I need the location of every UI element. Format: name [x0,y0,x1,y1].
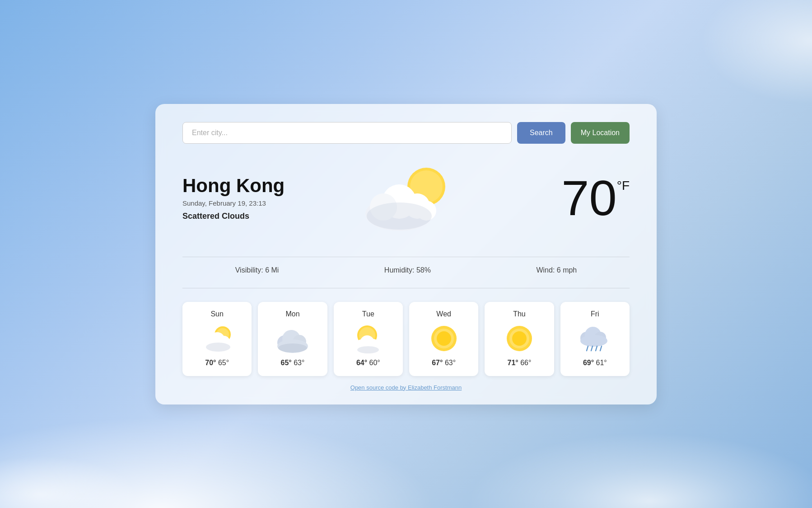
wind-stat: Wind: 6 mph [536,266,577,274]
footer-link[interactable]: Open source code by Elizabeth Forstmann [350,384,462,391]
my-location-button[interactable]: My Location [571,122,630,144]
svg-point-28 [357,346,379,353]
svg-point-38 [580,335,607,347]
temperature-unit: °F [617,179,630,193]
search-button[interactable]: Search [517,122,565,144]
city-name: Hong Kong [182,175,331,197]
main-weather-icon [331,162,481,234]
forecast-icon-4 [501,323,537,354]
forecast-card-thu: Thu 71° 66° [485,302,554,376]
footer: Open source code by Elizabeth Forstmann [182,384,630,391]
forecast-temps-0: 70° 65° [205,359,229,367]
forecast-card-tue: Tue 64° 60° [334,302,403,376]
forecast-temps-5: 69° 61° [583,359,607,367]
weather-stats: Visibility: 6 Mi Humidity: 58% Wind: 6 m… [182,257,630,288]
humidity-stat: Humidity: 58% [384,266,431,274]
svg-point-31 [437,331,451,346]
temperature-display: 70 °F [481,173,630,223]
forecast-icon-2 [350,323,386,354]
forecast-temps-4: 71° 66° [508,359,532,367]
date-time: Sunday, February 19, 23:13 [182,199,331,207]
temperature-value: 70 [561,173,616,223]
weather-card: Search My Location Hong Kong Sunday, Feb… [155,104,657,405]
forecast-day-2: Tue [362,310,374,318]
svg-line-39 [587,346,588,351]
current-weather-section: Hong Kong Sunday, February 19, 23:13 Sca… [182,162,630,234]
forecast-card-mon: Mon 65° 63° [258,302,327,376]
visibility-stat: Visibility: 6 Mi [235,266,279,274]
forecast-card-fri: Fri 69° 61° [560,302,630,376]
city-search-input[interactable] [182,122,512,144]
svg-point-34 [512,331,527,346]
scattered-clouds-icon [356,162,456,234]
svg-line-41 [596,346,597,351]
forecast-day-0: Sun [210,310,223,318]
forecast-temps-2: 64° 60° [356,359,380,367]
svg-point-16 [206,343,230,352]
forecast-temps-1: 65° 63° [281,359,305,367]
forecast-day-5: Fri [591,310,599,318]
forecast-icon-3 [426,323,462,354]
svg-line-42 [600,346,602,351]
weather-description: Scattered Clouds [182,212,331,221]
forecast-card-wed: Wed 67° 63° [409,302,478,376]
forecast-temps-3: 67° 63° [432,359,456,367]
forecast-icon-5 [577,323,613,354]
forecast-icon-1 [275,323,311,354]
forecast-row: Sun 70° 65° Mon [182,302,630,376]
svg-line-40 [591,346,593,351]
forecast-card-sun: Sun 70° 65° [182,302,252,376]
forecast-day-1: Mon [285,310,299,318]
forecast-day-4: Thu [513,310,526,318]
city-info: Hong Kong Sunday, February 19, 23:13 Sca… [182,175,331,221]
svg-point-9 [370,193,397,221]
forecast-day-3: Wed [436,310,451,318]
svg-point-21 [278,343,307,353]
forecast-icon-0 [199,323,235,354]
search-bar: Search My Location [182,122,630,144]
